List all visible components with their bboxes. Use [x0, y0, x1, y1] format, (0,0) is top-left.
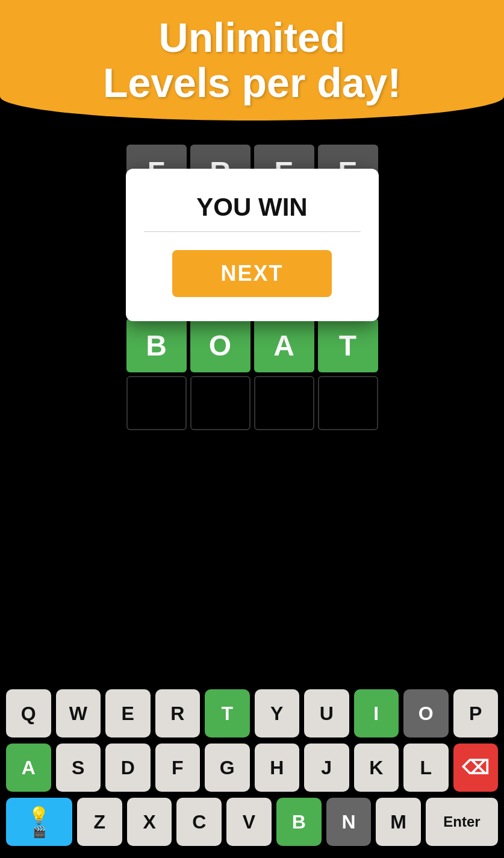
key-E[interactable]: E — [105, 689, 151, 737]
tile-3-3: T — [318, 318, 378, 372]
key-F[interactable]: F — [155, 744, 201, 792]
key-S[interactable]: S — [56, 744, 101, 792]
next-button[interactable]: NEXT — [172, 250, 331, 297]
key-H[interactable]: H — [255, 744, 300, 792]
key-B[interactable]: B — [276, 798, 322, 846]
key-M[interactable]: M — [376, 798, 421, 846]
header-banner: Unlimited Levels per day! — [0, 0, 504, 121]
key-K[interactable]: K — [354, 744, 399, 792]
key-I[interactable]: I — [354, 689, 399, 737]
win-title: YOU WIN — [144, 193, 361, 222]
tile-3-1: O — [190, 318, 250, 372]
tile-3-0: B — [126, 318, 187, 372]
keyboard: Q W E R T Y U I O P A S D F G H J K L ⌫ … — [0, 689, 504, 846]
key-L[interactable]: L — [403, 744, 449, 792]
key-hint[interactable]: 💡 🎬 — [6, 798, 72, 846]
tile-4-3 — [318, 376, 378, 430]
grid-row-3: B O A T — [126, 318, 378, 372]
key-R[interactable]: R — [155, 689, 201, 737]
key-W[interactable]: W — [56, 689, 101, 737]
modal-divider — [144, 231, 361, 232]
key-O[interactable]: O — [403, 689, 449, 737]
key-Y[interactable]: Y — [255, 689, 300, 737]
header-title: Unlimited Levels per day! — [103, 15, 401, 105]
key-J[interactable]: J — [304, 744, 349, 792]
keyboard-row-3: 💡 🎬 Z X C V B N M Enter — [6, 798, 498, 846]
key-T[interactable]: T — [205, 689, 250, 737]
win-modal: YOU WIN NEXT — [126, 169, 379, 321]
key-enter[interactable]: Enter — [426, 798, 498, 846]
keyboard-row-2: A S D F G H J K L ⌫ — [6, 744, 498, 792]
key-G[interactable]: G — [205, 744, 250, 792]
hint-bulb-icon: 💡 — [28, 806, 49, 825]
tile-4-2 — [254, 376, 314, 430]
key-N[interactable]: N — [326, 798, 372, 846]
key-X[interactable]: X — [127, 798, 172, 846]
key-Z[interactable]: Z — [77, 798, 122, 846]
key-Q[interactable]: Q — [6, 689, 51, 737]
key-U[interactable]: U — [304, 689, 349, 737]
tile-3-2: A — [254, 318, 314, 372]
key-P[interactable]: P — [453, 689, 499, 737]
key-D[interactable]: D — [105, 744, 151, 792]
key-A[interactable]: A — [6, 744, 51, 792]
key-C[interactable]: C — [176, 798, 222, 846]
tile-4-0 — [126, 376, 187, 430]
key-V[interactable]: V — [226, 798, 272, 846]
key-backspace[interactable]: ⌫ — [453, 744, 499, 792]
grid-row-4 — [126, 376, 378, 430]
tile-4-1 — [190, 376, 250, 430]
keyboard-row-1: Q W E R T Y U I O P — [6, 689, 498, 737]
game-area: F R E E B O A T — [108, 121, 397, 430]
hint-video-icon: 🎬 — [33, 825, 46, 839]
